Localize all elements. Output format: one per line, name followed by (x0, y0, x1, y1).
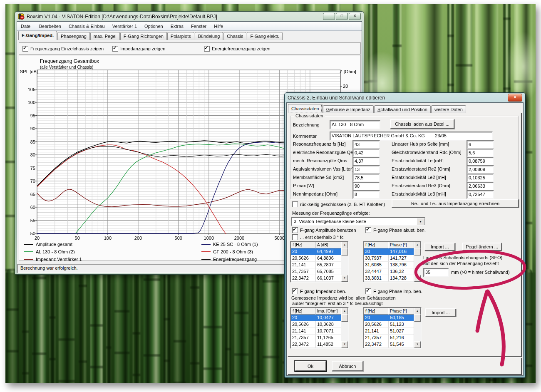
checkbox-icon[interactable] (112, 46, 118, 52)
calc-re-le-button[interactable]: Re.. und Le.. aus Impedanzgang errechnen (392, 199, 519, 208)
menu-item-fenster[interactable]: Fenster (187, 22, 210, 30)
menu-item-datei[interactable]: Datei (17, 22, 35, 30)
show-impedanz-checkbox[interactable]: Impedanzgang zeigen (112, 46, 165, 52)
scroll-up-icon[interactable]: ▲ (414, 308, 421, 315)
kommentar-field[interactable]: VISATON LAUTSPRECHER GmbH & Co. KG 23/05 (330, 131, 493, 141)
table-scrollbar[interactable]: ▲▼ (414, 242, 421, 282)
show-energie-checkbox[interactable]: Energiefrequenzgang zeigen (204, 46, 270, 52)
table-row[interactable]: 32,4447136,32 (364, 268, 421, 275)
table-row[interactable]: 21,14110,7071 (291, 328, 348, 335)
table-row[interactable]: 20,562610,3628 (291, 321, 348, 328)
checkbox-icon[interactable] (22, 46, 28, 52)
table-row[interactable]: 21,14165,2807 (291, 262, 348, 268)
checkbox-icon[interactable] (292, 234, 298, 240)
minimize-button[interactable]: — (323, 13, 335, 20)
table-row[interactable]: 31,6085138,796 (364, 262, 421, 268)
param-field-ersatzinduktivit-t-le3-mh[interactable]: 0,72547 (467, 190, 494, 199)
checkbox-icon[interactable] (365, 288, 371, 294)
dialog-tab-chassisdaten[interactable]: Chassisdaten (288, 104, 323, 113)
param-field-linearer-hub-pro-seite-mm[interactable]: 6 (467, 140, 494, 149)
main-titlebar[interactable]: Boxsim V1.04 - VISATON-Edition [D:\Anwen… (15, 12, 364, 21)
bezeichnung-field[interactable]: AL 130 - 8 Ohm (330, 120, 380, 129)
fgang-phase-imp-checkbox[interactable]: F-gang Phase Imp. ben. (365, 288, 422, 294)
scroll-down-icon[interactable]: ▼ (341, 275, 348, 282)
scrollbar-thumb[interactable] (414, 314, 421, 322)
dialog-titlebar[interactable]: Chassis 2, Einbau und Schallwand editier… (285, 93, 525, 102)
dialog-tab-geh-use-impedanz[interactable]: Gehäuse & Impedanz (323, 105, 374, 113)
scroll-down-icon[interactable]: ▼ (341, 341, 348, 348)
param-field-gleichstromwiderstand-rdc-ohm[interactable]: 5,6 (467, 149, 494, 157)
import-button-2[interactable]: Import ... (425, 308, 456, 317)
param-field-mech-resonanzg-te-qms[interactable]: 4,37 (352, 157, 380, 166)
checkbox-icon[interactable] (292, 227, 298, 233)
table-row[interactable]: 22,347211,4852 (291, 341, 348, 348)
checkbox-icon[interactable] (365, 227, 371, 233)
menu-item-verst-rker-1[interactable]: Verstärker 1 (109, 22, 141, 30)
scroll-down-icon[interactable]: ▼ (414, 275, 421, 282)
scroll-up-icon[interactable]: ▲ (341, 242, 348, 248)
column-header-f-hz[interactable]: f [Hz] (364, 308, 388, 315)
table-row[interactable]: 20,562664,8806 (291, 255, 348, 262)
tab-polarplots[interactable]: Polarplots (167, 32, 194, 40)
close-button[interactable]: X (349, 13, 361, 20)
column-header-f-hz[interactable]: f [Hz] (364, 242, 388, 248)
column-header-phase[interactable]: Phase [°] (388, 242, 414, 248)
load-chassis-button[interactable]: Chassis laden aus Datei ... (390, 119, 454, 129)
chevron-down-icon[interactable]: ▼ (417, 218, 424, 225)
tab-f-gang-imped[interactable]: F-Gang/Imped. (18, 31, 57, 40)
table-row[interactable]: 2064,4997 (291, 248, 348, 255)
table-row[interactable]: 2010,0427 (291, 315, 348, 321)
column-header-a-db[interactable]: A [dB] (315, 242, 342, 248)
erst-oberhalb-checkbox[interactable]: ... erst oberhalb 3 * fc (292, 234, 344, 240)
table-row[interactable]: 30147,016 (364, 248, 421, 255)
table-row[interactable]: 21,14151,027 (364, 328, 421, 335)
param-field-p-max-w[interactable]: 90 (352, 182, 380, 191)
dialog-tab-weitere-daten[interactable]: weitere Daten (431, 105, 466, 113)
menu-item-hilfe[interactable]: Hilfe (210, 22, 227, 30)
cancel-button[interactable]: Abbruch (332, 361, 363, 371)
param-field-ersatzinduktivit-t-le2-mh[interactable]: 0,10325 (467, 174, 494, 182)
param-field-quivalentvolumen-vas-liter[interactable]: 13 (352, 165, 380, 174)
table-scrollbar[interactable]: ▲▼ (414, 308, 421, 348)
menu-item-extras[interactable]: Extras (167, 22, 187, 30)
table-row[interactable]: 21,735711,1265 (291, 335, 348, 341)
menu-item-bearbeiten[interactable]: Bearbeiten (35, 22, 65, 30)
tab-f-gang-elektr[interactable]: F-Gang elektr. (247, 32, 283, 40)
scroll-up-icon[interactable]: ▲ (341, 308, 348, 315)
tab-phasengang[interactable]: Phasengang (57, 32, 90, 40)
table-scrollbar[interactable]: ▲▼ (341, 242, 348, 282)
fgang-amplitude-checkbox[interactable]: F-gang Amplitude benutzen (292, 227, 356, 233)
table-row[interactable]: 22,347251,545 (364, 341, 421, 348)
param-field-ersatzinduktivit-t-le-mh[interactable]: 0,08759 (467, 157, 494, 166)
menu-item-optionen[interactable]: Optionen (141, 22, 167, 30)
menu-item-chassis-einbau[interactable]: Chassis & Einbau (65, 22, 109, 30)
dialog-close-icon[interactable]: X (508, 94, 522, 102)
tab-b-ndelung[interactable]: Bündelung (195, 32, 223, 40)
table-row[interactable]: 2050,185 (364, 315, 421, 321)
fgang-impedanz-checkbox[interactable]: F-gang Impedanz ben. (292, 288, 346, 294)
column-header-imp-ohm[interactable]: Imp. [Ohm] (315, 308, 342, 315)
pegel-aendern-button[interactable]: Pegel ändern ... (462, 243, 502, 251)
scrollbar-thumb[interactable] (414, 248, 421, 256)
param-field-ersatzwiderstand-re2-ohm[interactable]: 2,00809 (467, 165, 494, 174)
param-field-elektrische-resonanzg-te-qes[interactable]: 0,42 (352, 149, 380, 157)
measurement-combobox[interactable]: 3. Visaton Testgehäuse kleine Seite ▼ (291, 217, 425, 226)
scroll-down-icon[interactable]: ▼ (414, 341, 421, 348)
seo-distance-field[interactable]: 35 (423, 268, 449, 277)
table-row[interactable]: 30,7937141,727 (364, 255, 421, 262)
fgang-phase-akust-checkbox[interactable]: F-gang Phase akust. ben. (365, 227, 426, 233)
show-einzelchassis-checkbox[interactable]: Frequenzgang Einzelchassis zeigen (22, 46, 104, 52)
table-row[interactable]: 20,562651,123 (364, 321, 421, 328)
column-header-phase[interactable]: Phase [°] (388, 308, 414, 315)
tab-max-pegel[interactable]: max. Pegel (90, 32, 120, 40)
rueckseitig-geschlossen-checkbox[interactable]: rückseitig geschlossen (z. B. HT-Kalotte… (292, 201, 385, 207)
tab-f-gang-richtungen[interactable]: F-Gang Richtungen (120, 32, 167, 40)
table-row[interactable]: 33,3031134,728 (364, 275, 421, 282)
column-header-f-hz[interactable]: f [Hz] (291, 242, 315, 248)
dialog-tab-schallwand-und-position[interactable]: Schallwand und Position (374, 105, 431, 113)
scrollbar-thumb[interactable] (341, 248, 348, 256)
param-field-nennimpedanz-ohm[interactable]: 8 (352, 190, 380, 199)
checkbox-icon[interactable] (292, 288, 298, 294)
tab-chassis[interactable]: Chassis (223, 32, 246, 40)
import-button[interactable]: Import ... (424, 243, 455, 251)
